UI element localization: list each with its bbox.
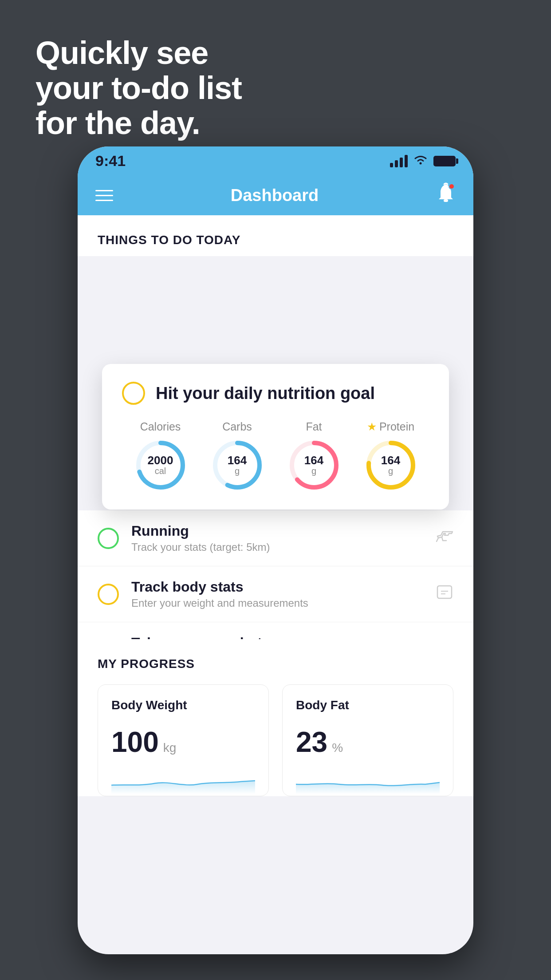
body-weight-chart: [111, 767, 255, 794]
todo-checkbox-running[interactable]: [98, 528, 119, 549]
stat-calories: Calories 2000 cal: [134, 420, 187, 492]
hero-line1: Quickly see: [35, 36, 242, 71]
background: Quickly see your to-do list for the day.…: [0, 0, 551, 980]
carbs-circle: 164 g: [211, 439, 264, 492]
calories-value: 2000: [148, 454, 173, 466]
nutrition-title: Hit your daily nutrition goal: [156, 384, 375, 403]
battery-icon: [433, 156, 456, 166]
status-icons: [390, 154, 456, 168]
body-weight-value: 100: [111, 726, 159, 759]
running-icon: [436, 528, 453, 548]
nav-bar: Dashboard: [78, 175, 473, 215]
progress-title: MY PROGRESS: [98, 639, 453, 684]
things-title: THINGS TO DO TODAY: [98, 233, 240, 247]
svg-rect-1: [444, 199, 448, 202]
stat-protein: ★ Protein 164 g: [364, 420, 417, 492]
todo-name-bodystats: Track body stats: [131, 579, 423, 595]
svg-rect-10: [437, 586, 452, 598]
body-weight-card: Body Weight 100 kg: [98, 684, 269, 796]
hamburger-line: [95, 190, 113, 191]
hamburger-line: [95, 195, 113, 196]
fat-circle: 164 g: [287, 439, 341, 492]
notification-dot: [449, 183, 455, 190]
things-section-header: THINGS TO DO TODAY: [78, 215, 473, 256]
protein-circle: 164 g: [364, 439, 417, 492]
nutrition-card: Hit your daily nutrition goal Calories 2…: [102, 364, 449, 510]
scale-icon: [436, 584, 453, 604]
phone-frame: 9:41: [78, 146, 473, 954]
nutrition-checkbox[interactable]: [122, 382, 145, 405]
nav-title: Dashboard: [231, 186, 319, 205]
body-weight-title: Body Weight: [111, 698, 255, 712]
carbs-value: 164: [228, 454, 247, 466]
notification-button[interactable]: [436, 182, 456, 208]
body-fat-unit: %: [332, 741, 343, 755]
body-fat-card: Body Fat 23 %: [282, 684, 453, 796]
body-fat-value: 23: [296, 726, 327, 759]
protein-value: 164: [381, 454, 400, 466]
protein-unit: g: [381, 466, 400, 476]
nutrition-stats: Calories 2000 cal Carbs: [122, 420, 429, 492]
hero-text: Quickly see your to-do list for the day.: [35, 36, 242, 141]
body-fat-value-wrap: 23 %: [296, 726, 440, 759]
body-weight-unit: kg: [163, 741, 177, 755]
hero-line2: your to-do list: [35, 71, 242, 106]
todo-text-bodystats: Track body stats Enter your weight and m…: [131, 579, 423, 609]
svg-point-0: [420, 162, 422, 165]
calories-circle: 2000 cal: [134, 439, 187, 492]
fat-unit: g: [304, 466, 323, 476]
star-icon: ★: [367, 420, 377, 433]
fat-label: Fat: [306, 420, 322, 433]
protein-label: ★ Protein: [367, 420, 414, 433]
calories-label: Calories: [140, 420, 181, 433]
todo-item-running[interactable]: Running Track your stats (target: 5km): [78, 510, 473, 566]
status-bar: 9:41: [78, 146, 473, 175]
status-time: 9:41: [95, 152, 126, 170]
carbs-label: Carbs: [222, 420, 252, 433]
stat-carbs: Carbs 164 g: [211, 420, 264, 492]
wifi-icon: [413, 154, 428, 168]
progress-cards: Body Weight 100 kg: [98, 684, 453, 796]
carbs-unit: g: [228, 466, 247, 476]
fat-value: 164: [304, 454, 323, 466]
body-fat-chart: [296, 767, 440, 794]
hamburger-line: [95, 200, 113, 201]
todo-checkbox-bodystats[interactable]: [98, 584, 119, 605]
hamburger-menu[interactable]: [95, 190, 113, 201]
signal-icon: [390, 155, 408, 167]
todo-desc-bodystats: Enter your weight and measurements: [131, 597, 423, 609]
calories-unit: cal: [148, 466, 173, 476]
body-weight-value-wrap: 100 kg: [111, 726, 255, 759]
nutrition-header: Hit your daily nutrition goal: [122, 382, 429, 405]
stat-fat: Fat 164 g: [287, 420, 341, 492]
todo-desc-running: Track your stats (target: 5km): [131, 541, 423, 553]
progress-section: MY PROGRESS Body Weight 100 kg: [78, 639, 473, 796]
hero-line3: for the day.: [35, 106, 242, 141]
todo-name-running: Running: [131, 523, 423, 539]
todo-item-bodystats[interactable]: Track body stats Enter your weight and m…: [78, 566, 473, 622]
todo-text-running: Running Track your stats (target: 5km): [131, 523, 423, 553]
body-fat-title: Body Fat: [296, 698, 440, 712]
